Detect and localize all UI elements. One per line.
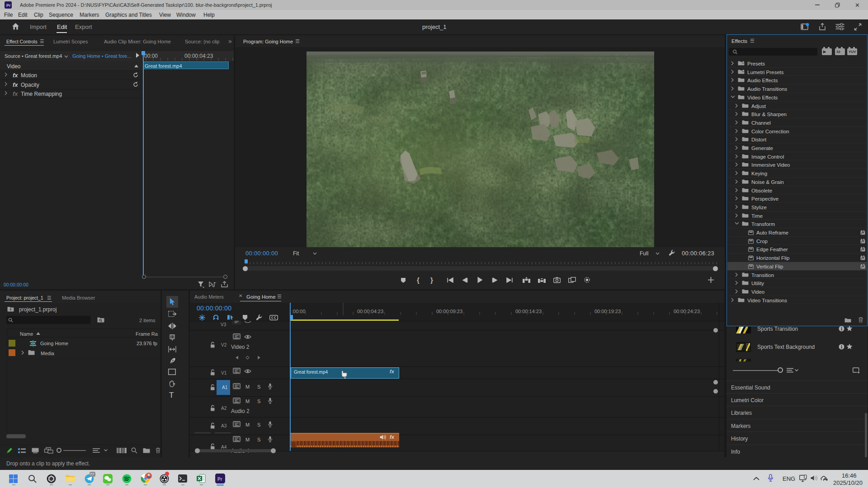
svg-text:Pr: Pr (217, 477, 222, 482)
